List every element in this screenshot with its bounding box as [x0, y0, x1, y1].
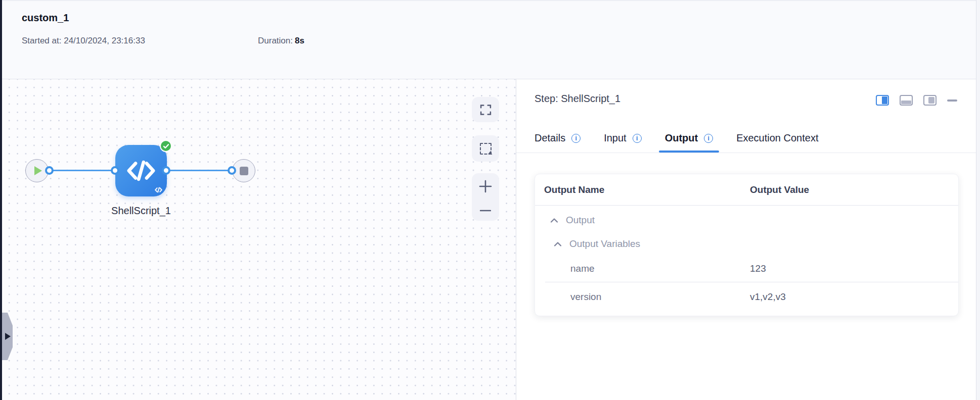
group-row-output-variables[interactable]: Output Variables [535, 232, 958, 256]
tab-output[interactable]: Output [665, 132, 714, 153]
table-row-version: version v1,v2,v3 [535, 282, 958, 312]
step-detail-panel: Details Input Output Execution Context S… [516, 79, 976, 400]
tab-execution-context-label: Execution Context [736, 132, 818, 144]
marquee-cursor-icon [488, 151, 493, 156]
info-icon[interactable] [571, 134, 581, 143]
run-started-at: Started at: 24/10/2024, 23:16:33 [22, 36, 145, 46]
info-icon[interactable] [704, 134, 713, 143]
zoom-out-icon[interactable] [480, 209, 491, 212]
port-end-in[interactable] [228, 166, 236, 175]
right-panel-icon[interactable] [923, 95, 937, 106]
bottom-panel-icon[interactable] [900, 95, 913, 106]
step-node-label: ShellScript_1 [111, 205, 171, 217]
run-title: custom_1 [22, 12, 69, 24]
tab-input-label: Input [604, 132, 626, 144]
run-duration: Duration:8s [258, 36, 304, 46]
fit-view-button[interactable] [472, 97, 499, 122]
left-rail [0, 0, 2, 400]
output-value-cell: v1,v2,v3 [750, 291, 958, 303]
zoom-controls [472, 173, 499, 221]
group-label: Output [566, 215, 595, 226]
split-view-icon[interactable] [876, 95, 889, 106]
fullscreen-icon [480, 104, 492, 116]
port-step-in[interactable] [111, 166, 119, 175]
info-icon[interactable] [633, 134, 642, 143]
sidebar-expand-handle[interactable] [2, 313, 13, 360]
chevron-up-icon[interactable] [550, 218, 558, 223]
tab-input[interactable]: Input [604, 132, 641, 153]
marquee-icon [480, 143, 492, 155]
output-value-cell: 123 [750, 263, 958, 274]
run-header: custom_1 Started at: 24/10/2024, 23:16:3… [2, 0, 976, 79]
column-output-name: Output Name [544, 184, 750, 195]
minimize-icon[interactable] [947, 99, 957, 102]
output-name-cell: name [544, 263, 750, 274]
step-title: Step: ShellScript_1 [534, 93, 620, 105]
table-row-name: name 123 [535, 256, 958, 282]
port-step-out[interactable] [162, 166, 170, 175]
port-start-out[interactable] [45, 166, 54, 175]
success-badge [160, 140, 172, 152]
workflow-canvas[interactable]: ShellScript_1 [2, 79, 516, 400]
tab-output-label: Output [665, 132, 698, 144]
duration-value: 8s [295, 36, 304, 45]
zoom-in-icon[interactable] [479, 180, 492, 193]
chevron-up-icon[interactable] [554, 241, 562, 247]
started-label: Started at: [22, 36, 61, 45]
panel-layout-controls [876, 95, 957, 106]
marquee-select-button[interactable] [472, 135, 499, 162]
tab-details[interactable]: Details [534, 132, 581, 153]
stop-icon [240, 167, 248, 175]
expand-arrow-icon [5, 333, 11, 340]
step-node-shellscript[interactable] [115, 145, 167, 196]
column-output-value: Output Value [750, 184, 958, 195]
duration-label: Duration: [258, 36, 293, 45]
tabs: Details Input Output Execution Context [534, 132, 818, 153]
play-icon [34, 166, 42, 175]
tab-details-label: Details [534, 132, 565, 144]
code-subicon [155, 187, 162, 193]
output-name-cell: version [544, 291, 750, 303]
check-icon [163, 143, 169, 149]
tab-execution-context[interactable]: Execution Context [736, 132, 818, 153]
group-row-output[interactable]: Output [535, 208, 958, 232]
output-table-header: Output Name Output Value [535, 174, 958, 206]
scrollbar-gutter[interactable] [976, 0, 980, 400]
code-icon [126, 159, 156, 182]
started-value: 24/10/2024, 23:16:33 [64, 36, 145, 45]
output-table-card: Output Name Output Value Output Output V… [534, 174, 959, 316]
group-label: Output Variables [569, 238, 640, 249]
tabs-row: Details Input Output Execution Context [516, 79, 976, 153]
